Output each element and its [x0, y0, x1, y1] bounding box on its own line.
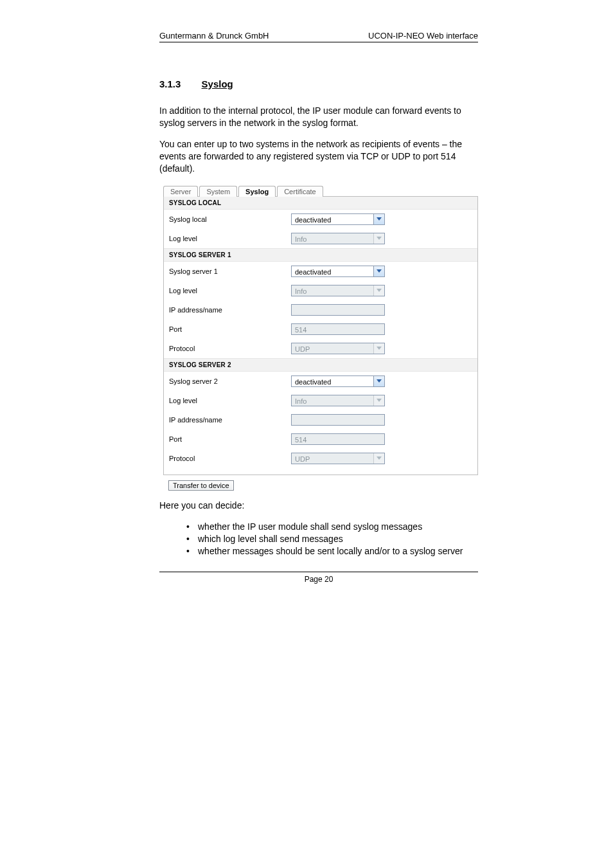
transfer-to-device-button[interactable]: Transfer to device [168, 480, 245, 491]
dropdown-value: UDP [291, 453, 385, 464]
chevron-down-icon [373, 453, 384, 464]
page-header: Guntermann & Drunck GmbH UCON-IP-NEO Web… [159, 31, 478, 42]
label-local-loglevel: Log level [169, 235, 291, 242]
page-number: Page 20 [305, 575, 333, 584]
dropdown-value: UDP [291, 343, 385, 354]
chevron-down-icon [373, 376, 384, 386]
input-server2-ip[interactable] [291, 414, 385, 426]
section-heading: 3.1.3 Syslog [159, 78, 478, 89]
label-server2-port: Port [169, 435, 291, 443]
row-server2-enable: Syslog server 2 deactivated [164, 372, 477, 391]
section-syslog-local-header: SYSLOG LOCAL [164, 197, 477, 210]
row-syslog-local: Syslog local deactivated [164, 210, 477, 229]
svg-marker-4 [377, 347, 382, 350]
label-server1-enable: Syslog server 1 [169, 267, 291, 275]
decide-intro: Here you can decide: [159, 500, 478, 512]
dropdown-value: deactivated [291, 213, 385, 225]
svg-marker-5 [377, 379, 382, 383]
section-number: 3.1.3 [159, 78, 181, 89]
row-server1-protocol: Protocol UDP [164, 339, 477, 358]
label-server1-protocol: Protocol [169, 345, 291, 352]
dropdown-server2-loglevel[interactable]: Info [291, 395, 385, 406]
row-server1-port: Port 514 [164, 320, 477, 339]
section-syslog-server1-header: SYSLOG SERVER 1 [164, 248, 477, 262]
chevron-down-icon [373, 214, 384, 224]
row-server2-port: Port 514 [164, 429, 477, 449]
paragraph-2: You can enter up to two systems in the n… [159, 138, 478, 175]
input-value [291, 414, 385, 426]
dropdown-syslog-local[interactable]: deactivated [291, 213, 385, 225]
input-server1-ip[interactable] [291, 304, 385, 316]
dropdown-value: Info [291, 395, 385, 406]
list-item: whether the IP user module shall send sy… [184, 521, 478, 533]
label-server2-ip: IP address/name [169, 416, 291, 424]
tab-bar: Server System Syslog Certificate [163, 183, 478, 196]
row-server2-ip: IP address/name [164, 410, 477, 429]
label-server2-protocol: Protocol [169, 455, 291, 462]
dropdown-local-loglevel[interactable]: Info [291, 233, 385, 244]
input-value [291, 304, 385, 316]
paragraph-1: In addition to the internal protocol, th… [159, 105, 478, 129]
row-server1-ip: IP address/name [164, 300, 477, 320]
decide-list: whether the IP user module shall send sy… [184, 521, 478, 557]
syslog-config-panel: Server System Syslog Certificate SYSLOG … [163, 183, 478, 475]
chevron-down-icon [373, 395, 384, 406]
dropdown-server2-protocol[interactable]: UDP [291, 453, 385, 464]
label-server1-ip: IP address/name [169, 306, 291, 314]
row-server2-protocol: Protocol UDP [164, 449, 477, 468]
svg-marker-0 [377, 217, 382, 221]
dropdown-server1-enable[interactable]: deactivated [291, 266, 385, 277]
header-left: Guntermann & Drunck GmbH [159, 31, 269, 41]
row-local-loglevel: Log level Info [164, 229, 477, 248]
section-syslog-server2-header: SYSLOG SERVER 2 [164, 358, 477, 372]
chevron-down-icon [373, 343, 384, 354]
row-server1-loglevel: Log level Info [164, 281, 477, 300]
list-item: whether messages should be sent locally … [184, 545, 478, 557]
page-footer: Page 20 [159, 572, 478, 584]
tab-system[interactable]: System [199, 186, 237, 197]
tab-server[interactable]: Server [163, 186, 198, 197]
svg-marker-6 [377, 399, 382, 402]
svg-marker-3 [377, 289, 382, 292]
panel-body: SYSLOG LOCAL Syslog local deactivated Lo… [163, 196, 478, 475]
row-server2-loglevel: Log level Info [164, 391, 477, 410]
dropdown-server1-loglevel[interactable]: Info [291, 285, 385, 296]
header-right: UCON-IP-NEO Web interface [368, 31, 478, 41]
label-server1-port: Port [169, 325, 291, 333]
input-server2-port[interactable]: 514 [291, 433, 385, 445]
svg-marker-7 [377, 457, 382, 460]
row-server1-enable: Syslog server 1 deactivated [164, 262, 477, 281]
input-value: 514 [291, 433, 385, 445]
label-server1-loglevel: Log level [169, 287, 291, 294]
dropdown-server2-enable[interactable]: deactivated [291, 375, 385, 387]
chevron-down-icon [373, 285, 384, 296]
label-server2-enable: Syslog server 2 [169, 377, 291, 385]
tab-syslog[interactable]: Syslog [238, 186, 276, 197]
dropdown-value: Info [291, 233, 385, 244]
list-item: which log level shall send messages [184, 533, 478, 545]
tab-certificate[interactable]: Certificate [277, 186, 323, 197]
dropdown-value: deactivated [291, 266, 385, 277]
input-server1-port[interactable]: 514 [291, 323, 385, 335]
input-value: 514 [291, 323, 385, 335]
chevron-down-icon [373, 266, 384, 276]
dropdown-server1-protocol[interactable]: UDP [291, 343, 385, 354]
dropdown-value: deactivated [291, 375, 385, 387]
label-syslog-local: Syslog local [169, 215, 291, 223]
dropdown-value: Info [291, 285, 385, 296]
chevron-down-icon [373, 233, 384, 244]
svg-marker-1 [377, 237, 382, 240]
transfer-label: Transfer to device [168, 480, 234, 491]
svg-marker-2 [377, 269, 382, 273]
section-title: Syslog [202, 78, 233, 89]
label-server2-loglevel: Log level [169, 397, 291, 404]
